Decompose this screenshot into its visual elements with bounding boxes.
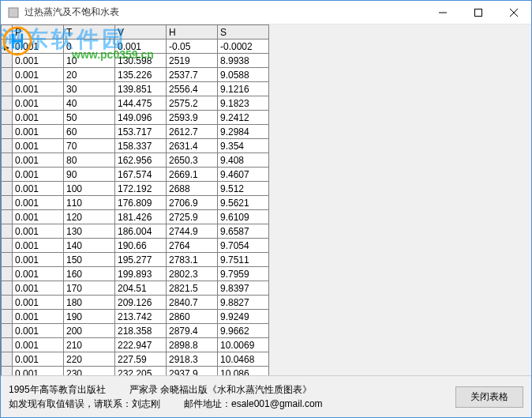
table-cell[interactable]: 2688 xyxy=(167,182,218,196)
table-cell[interactable]: 2802.3 xyxy=(167,267,218,281)
table-cell[interactable]: 9.0588 xyxy=(218,68,269,82)
table-cell[interactable]: 0.001 xyxy=(13,111,64,125)
table-cell[interactable]: 135.226 xyxy=(115,68,167,82)
table-cell[interactable]: 0.001 xyxy=(115,40,167,54)
table-cell[interactable]: 218.358 xyxy=(115,324,167,338)
table-cell[interactable]: 167.574 xyxy=(115,168,167,182)
table-cell[interactable]: 195.277 xyxy=(115,253,167,267)
table-cell[interactable]: 0.001 xyxy=(13,40,64,54)
table-cell[interactable]: 90 xyxy=(64,168,115,182)
table-row[interactable]: 0.001120181.4262725.99.6109 xyxy=(2,210,269,224)
table-row[interactable]: 0.001110176.8092706.99.5621 xyxy=(2,196,269,210)
table-cell[interactable]: 2840.7 xyxy=(167,296,218,310)
table-cell[interactable]: 2764 xyxy=(167,239,218,253)
table-cell[interactable]: 130.598 xyxy=(115,54,167,68)
table-cell[interactable]: 150 xyxy=(64,253,115,267)
table-cell[interactable]: 9.2984 xyxy=(218,125,269,139)
table-cell[interactable]: 0.001 xyxy=(13,367,64,376)
table-cell[interactable]: 110 xyxy=(64,196,115,210)
table-cell[interactable]: 2725.9 xyxy=(167,210,218,224)
table-cell[interactable]: 9.6109 xyxy=(218,210,269,224)
table-cell[interactable]: 0.001 xyxy=(13,296,64,310)
table-cell[interactable]: 9.1823 xyxy=(218,96,269,111)
table-cell[interactable]: 186.004 xyxy=(115,224,167,239)
table-row[interactable]: 0.001210222.9472898.810.0069 xyxy=(2,338,269,352)
table-cell[interactable]: 10.0468 xyxy=(218,352,269,367)
table-cell[interactable]: 230 xyxy=(64,367,115,376)
table-cell[interactable]: 20 xyxy=(64,68,115,82)
minimize-button[interactable] xyxy=(425,1,460,24)
table-cell[interactable]: 0.001 xyxy=(13,224,64,239)
table-cell[interactable]: 144.475 xyxy=(115,96,167,111)
table-cell[interactable]: 2612.7 xyxy=(167,125,218,139)
table-cell[interactable]: 199.893 xyxy=(115,267,167,281)
table-cell[interactable]: 9.5621 xyxy=(218,196,269,210)
table-cell[interactable]: 10.086 xyxy=(218,367,269,376)
table-cell[interactable]: 232.205 xyxy=(115,367,167,376)
table-cell[interactable]: -0.05 xyxy=(167,40,218,54)
table-cell[interactable]: 162.956 xyxy=(115,153,167,168)
close-table-button[interactable]: 关闭表格 xyxy=(455,386,523,408)
table-cell[interactable]: 8.9938 xyxy=(218,54,269,68)
table-cell[interactable]: 2631.4 xyxy=(167,139,218,153)
table-cell[interactable]: 40 xyxy=(64,96,115,111)
table-cell[interactable]: 158.337 xyxy=(115,139,167,153)
table-cell[interactable]: 153.717 xyxy=(115,125,167,139)
table-cell[interactable]: 0.001 xyxy=(13,68,64,82)
table-cell[interactable]: 60 xyxy=(64,125,115,139)
table-cell[interactable]: 9.4607 xyxy=(218,168,269,182)
table-cell[interactable]: 0.001 xyxy=(13,82,64,96)
table-cell[interactable]: 2860 xyxy=(167,310,218,324)
col-v[interactable]: V xyxy=(115,25,167,40)
table-cell[interactable]: 2669.1 xyxy=(167,168,218,182)
table-cell[interactable]: 120 xyxy=(64,210,115,224)
close-button[interactable] xyxy=(496,1,531,24)
table-cell[interactable]: 0.001 xyxy=(13,210,64,224)
table-cell[interactable]: 0.001 xyxy=(13,352,64,367)
table-cell[interactable]: 200 xyxy=(64,324,115,338)
table-cell[interactable]: 2575.2 xyxy=(167,96,218,111)
table-cell[interactable]: 9.354 xyxy=(218,139,269,153)
table-cell[interactable]: 2898.8 xyxy=(167,338,218,352)
table-cell[interactable]: 160 xyxy=(64,267,115,281)
table-cell[interactable]: 0.001 xyxy=(13,310,64,324)
table-cell[interactable]: 9.1216 xyxy=(218,82,269,96)
col-s[interactable]: S xyxy=(218,25,269,40)
table-cell[interactable]: 139.851 xyxy=(115,82,167,96)
table-cell[interactable]: 210 xyxy=(64,338,115,352)
table-cell[interactable]: 70 xyxy=(64,139,115,153)
table-cell[interactable]: 0.001 xyxy=(13,281,64,296)
table-row[interactable]: 0.00160153.7172612.79.2984 xyxy=(2,125,269,139)
table-row[interactable]: 0.00170158.3372631.49.354 xyxy=(2,139,269,153)
table-cell[interactable]: 2556.4 xyxy=(167,82,218,96)
table-cell[interactable]: 2783.1 xyxy=(167,253,218,267)
table-row[interactable]: 0.001140190.6627649.7054 xyxy=(2,239,269,253)
table-cell[interactable]: 9.408 xyxy=(218,153,269,168)
table-cell[interactable]: 0.001 xyxy=(13,125,64,139)
table-cell[interactable]: 0.001 xyxy=(13,139,64,153)
table-cell[interactable]: 9.7959 xyxy=(218,267,269,281)
table-cell[interactable]: 209.126 xyxy=(115,296,167,310)
table-cell[interactable]: 2593.9 xyxy=(167,111,218,125)
table-row[interactable]: 0.00110130.59825198.9938 xyxy=(2,54,269,68)
table-cell[interactable]: 140 xyxy=(64,239,115,253)
table-cell[interactable]: 0 xyxy=(64,40,115,54)
table-cell[interactable]: 2650.3 xyxy=(167,153,218,168)
table-row[interactable]: 0.001170204.512821.59.8397 xyxy=(2,281,269,296)
table-cell[interactable]: 0.001 xyxy=(13,168,64,182)
table-cell[interactable]: 181.426 xyxy=(115,210,167,224)
table-cell[interactable]: 9.2412 xyxy=(218,111,269,125)
table-cell[interactable]: 0.001 xyxy=(13,153,64,168)
table-cell[interactable]: 9.8397 xyxy=(218,281,269,296)
table-cell[interactable]: 9.6587 xyxy=(218,224,269,239)
table-cell[interactable]: 0.001 xyxy=(13,196,64,210)
table-cell[interactable]: 0.001 xyxy=(13,96,64,111)
table-cell[interactable]: 2537.7 xyxy=(167,68,218,82)
table-row[interactable]: 0.001150195.2772783.19.7511 xyxy=(2,253,269,267)
table-cell[interactable]: 9.7054 xyxy=(218,239,269,253)
table-row[interactable]: 0.00150149.0962593.99.2412 xyxy=(2,111,269,125)
table-cell[interactable]: 130 xyxy=(64,224,115,239)
table-cell[interactable]: 0.001 xyxy=(13,239,64,253)
table-cell[interactable]: 204.51 xyxy=(115,281,167,296)
maximize-button[interactable] xyxy=(460,1,496,24)
